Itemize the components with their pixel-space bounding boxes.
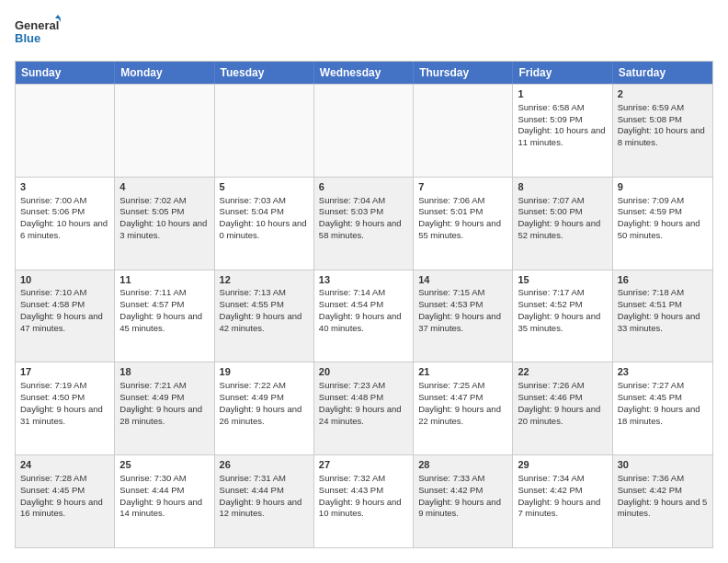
weekday-header: Wednesday — [314, 62, 414, 84]
calendar-cell: 28Sunrise: 7:33 AM Sunset: 4:42 PM Dayli… — [414, 455, 513, 547]
logo-svg: General Blue — [15, 15, 61, 52]
svg-marker-2 — [55, 15, 61, 18]
day-info: Sunrise: 7:25 AM Sunset: 4:47 PM Dayligh… — [418, 380, 501, 425]
day-number: 10 — [20, 273, 109, 287]
day-info: Sunrise: 7:23 AM Sunset: 4:48 PM Dayligh… — [319, 380, 402, 425]
calendar-row: 3Sunrise: 7:00 AM Sunset: 5:06 PM Daylig… — [16, 177, 712, 270]
day-info: Sunrise: 7:32 AM Sunset: 4:43 PM Dayligh… — [319, 473, 402, 518]
day-number: 25 — [119, 458, 209, 472]
day-info: Sunrise: 7:15 AM Sunset: 4:53 PM Dayligh… — [418, 287, 501, 332]
calendar-cell: 20Sunrise: 7:23 AM Sunset: 4:48 PM Dayli… — [314, 362, 414, 454]
calendar-cell: 30Sunrise: 7:36 AM Sunset: 4:42 PM Dayli… — [613, 455, 712, 547]
day-info: Sunrise: 7:36 AM Sunset: 4:42 PM Dayligh… — [618, 473, 708, 518]
weekday-header: Saturday — [613, 62, 712, 84]
day-info: Sunrise: 7:10 AM Sunset: 4:58 PM Dayligh… — [20, 287, 103, 332]
day-info: Sunrise: 7:19 AM Sunset: 4:50 PM Dayligh… — [20, 380, 103, 425]
day-info: Sunrise: 7:07 AM Sunset: 5:00 PM Dayligh… — [518, 195, 600, 240]
svg-text:General: General — [15, 18, 59, 32]
day-number: 4 — [119, 180, 209, 194]
calendar-header: SundayMondayTuesdayWednesdayThursdayFrid… — [16, 62, 712, 84]
day-number: 23 — [618, 365, 708, 379]
day-info: Sunrise: 7:00 AM Sunset: 5:06 PM Dayligh… — [20, 195, 108, 240]
day-info: Sunrise: 7:04 AM Sunset: 5:03 PM Dayligh… — [319, 195, 402, 240]
calendar-cell: 13Sunrise: 7:14 AM Sunset: 4:54 PM Dayli… — [314, 270, 414, 362]
calendar-cell: 22Sunrise: 7:26 AM Sunset: 4:46 PM Dayli… — [513, 362, 612, 454]
calendar-cell: 15Sunrise: 7:17 AM Sunset: 4:52 PM Dayli… — [513, 270, 612, 362]
calendar-row: 17Sunrise: 7:19 AM Sunset: 4:50 PM Dayli… — [16, 362, 712, 454]
day-info: Sunrise: 7:14 AM Sunset: 4:54 PM Dayligh… — [319, 287, 402, 332]
day-info: Sunrise: 6:59 AM Sunset: 5:08 PM Dayligh… — [618, 102, 705, 147]
day-number: 11 — [119, 273, 209, 287]
day-info: Sunrise: 7:34 AM Sunset: 4:42 PM Dayligh… — [518, 473, 600, 518]
day-number: 5 — [220, 180, 309, 194]
day-number: 8 — [518, 180, 607, 194]
svg-text:Blue: Blue — [15, 31, 40, 45]
day-info: Sunrise: 7:09 AM Sunset: 4:59 PM Dayligh… — [618, 195, 700, 240]
calendar-cell: 23Sunrise: 7:27 AM Sunset: 4:45 PM Dayli… — [613, 362, 712, 454]
day-info: Sunrise: 7:18 AM Sunset: 4:51 PM Dayligh… — [618, 287, 700, 332]
page: General Blue SundayMondayTuesdayWednesda… — [0, 0, 728, 563]
day-number: 19 — [220, 365, 309, 379]
day-info: Sunrise: 7:33 AM Sunset: 4:42 PM Dayligh… — [418, 473, 501, 518]
calendar-cell: 8Sunrise: 7:07 AM Sunset: 5:00 PM Daylig… — [513, 178, 612, 270]
calendar-cell: 29Sunrise: 7:34 AM Sunset: 4:42 PM Dayli… — [513, 455, 612, 547]
day-number: 29 — [518, 458, 607, 472]
calendar-cell: 17Sunrise: 7:19 AM Sunset: 4:50 PM Dayli… — [16, 362, 115, 454]
day-number: 15 — [518, 273, 607, 287]
calendar-cell — [215, 85, 314, 177]
calendar-row: 24Sunrise: 7:28 AM Sunset: 4:45 PM Dayli… — [16, 454, 712, 547]
day-info: Sunrise: 7:13 AM Sunset: 4:55 PM Dayligh… — [220, 287, 302, 332]
calendar-cell — [414, 85, 513, 177]
day-number: 28 — [418, 458, 507, 472]
calendar-cell: 25Sunrise: 7:30 AM Sunset: 4:44 PM Dayli… — [115, 455, 214, 547]
calendar-cell: 10Sunrise: 7:10 AM Sunset: 4:58 PM Dayli… — [16, 270, 115, 362]
calendar-body: 1Sunrise: 6:58 AM Sunset: 5:09 PM Daylig… — [16, 84, 712, 547]
calendar-cell: 18Sunrise: 7:21 AM Sunset: 4:49 PM Dayli… — [115, 362, 214, 454]
day-number: 21 — [418, 365, 507, 379]
day-info: Sunrise: 7:02 AM Sunset: 5:05 PM Dayligh… — [119, 195, 207, 240]
day-info: Sunrise: 7:27 AM Sunset: 4:45 PM Dayligh… — [618, 380, 700, 425]
day-number: 22 — [518, 365, 607, 379]
weekday-header: Sunday — [16, 62, 115, 84]
calendar-cell: 14Sunrise: 7:15 AM Sunset: 4:53 PM Dayli… — [414, 270, 513, 362]
day-number: 26 — [220, 458, 309, 472]
header: General Blue — [15, 15, 713, 52]
calendar-cell: 19Sunrise: 7:22 AM Sunset: 4:49 PM Dayli… — [215, 362, 314, 454]
logo: General Blue — [15, 15, 61, 52]
day-number: 2 — [618, 87, 708, 101]
weekday-header: Thursday — [414, 62, 513, 84]
calendar-cell: 3Sunrise: 7:00 AM Sunset: 5:06 PM Daylig… — [16, 178, 115, 270]
calendar-cell: 2Sunrise: 6:59 AM Sunset: 5:08 PM Daylig… — [613, 85, 712, 177]
day-info: Sunrise: 7:17 AM Sunset: 4:52 PM Dayligh… — [518, 287, 600, 332]
day-number: 12 — [220, 273, 309, 287]
day-number: 6 — [319, 180, 408, 194]
day-info: Sunrise: 7:31 AM Sunset: 4:44 PM Dayligh… — [220, 473, 302, 518]
calendar-cell: 27Sunrise: 7:32 AM Sunset: 4:43 PM Dayli… — [314, 455, 414, 547]
day-number: 3 — [20, 180, 109, 194]
weekday-header: Tuesday — [215, 62, 314, 84]
calendar-cell — [16, 85, 115, 177]
calendar-cell — [115, 85, 214, 177]
day-number: 24 — [20, 458, 109, 472]
day-info: Sunrise: 7:30 AM Sunset: 4:44 PM Dayligh… — [119, 473, 202, 518]
day-number: 20 — [319, 365, 408, 379]
day-number: 17 — [20, 365, 109, 379]
calendar-cell: 9Sunrise: 7:09 AM Sunset: 4:59 PM Daylig… — [613, 178, 712, 270]
weekday-header: Friday — [513, 62, 612, 84]
calendar-cell: 24Sunrise: 7:28 AM Sunset: 4:45 PM Dayli… — [16, 455, 115, 547]
calendar-row: 10Sunrise: 7:10 AM Sunset: 4:58 PM Dayli… — [16, 270, 712, 362]
calendar-cell: 11Sunrise: 7:11 AM Sunset: 4:57 PM Dayli… — [115, 270, 214, 362]
calendar-cell: 12Sunrise: 7:13 AM Sunset: 4:55 PM Dayli… — [215, 270, 314, 362]
calendar-row: 1Sunrise: 6:58 AM Sunset: 5:09 PM Daylig… — [16, 84, 712, 177]
calendar-cell: 7Sunrise: 7:06 AM Sunset: 5:01 PM Daylig… — [414, 178, 513, 270]
day-info: Sunrise: 7:26 AM Sunset: 4:46 PM Dayligh… — [518, 380, 600, 425]
day-number: 18 — [119, 365, 209, 379]
day-info: Sunrise: 7:28 AM Sunset: 4:45 PM Dayligh… — [20, 473, 103, 518]
calendar-cell: 5Sunrise: 7:03 AM Sunset: 5:04 PM Daylig… — [215, 178, 314, 270]
weekday-header: Monday — [115, 62, 214, 84]
calendar-cell: 21Sunrise: 7:25 AM Sunset: 4:47 PM Dayli… — [414, 362, 513, 454]
calendar-cell: 4Sunrise: 7:02 AM Sunset: 5:05 PM Daylig… — [115, 178, 214, 270]
day-number: 14 — [418, 273, 507, 287]
calendar: SundayMondayTuesdayWednesdayThursdayFrid… — [15, 61, 713, 548]
calendar-cell: 26Sunrise: 7:31 AM Sunset: 4:44 PM Dayli… — [215, 455, 314, 547]
